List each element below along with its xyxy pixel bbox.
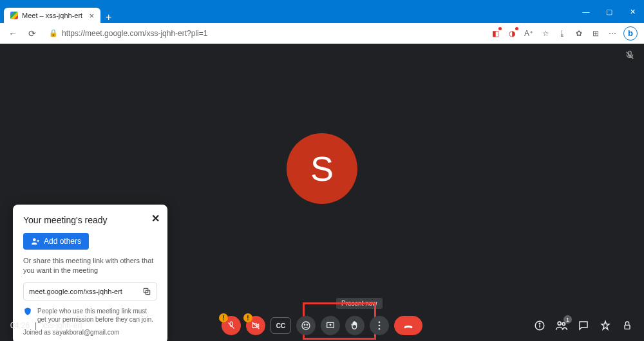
- downloads-icon[interactable]: ⭳: [556, 28, 568, 39]
- browser-tab[interactable]: Meet – xss-jqhh-ert ×: [4, 8, 100, 23]
- camera-toggle-button[interactable]: !: [246, 316, 265, 335]
- favorites-icon[interactable]: ☆: [540, 28, 551, 39]
- svg-point-17: [558, 322, 561, 325]
- svg-point-13: [379, 328, 381, 330]
- camera-warning-badge: !: [243, 313, 252, 322]
- refresh-button[interactable]: ⟳: [26, 27, 39, 40]
- svg-point-8: [304, 324, 305, 325]
- more-options-button[interactable]: [370, 316, 389, 335]
- collections-icon[interactable]: ✿: [573, 28, 585, 39]
- chat-button[interactable]: [577, 319, 590, 332]
- people-button[interactable]: 1: [555, 319, 568, 332]
- add-others-label: Add others: [44, 237, 81, 246]
- svg-point-16: [539, 323, 540, 324]
- activities-button[interactable]: [599, 319, 612, 332]
- svg-point-7: [302, 322, 310, 329]
- url-text: https://meet.google.com/xss-jqhh-ert?pli…: [62, 29, 207, 38]
- raise-hand-button[interactable]: [345, 316, 365, 335]
- extensions-icon[interactable]: ⊞: [590, 28, 601, 39]
- back-button[interactable]: ←: [6, 27, 19, 40]
- popup-title: Your meeting's ready: [23, 215, 157, 225]
- svg-marker-19: [601, 321, 609, 329]
- svg-line-6: [252, 322, 260, 329]
- add-others-button[interactable]: Add others: [23, 233, 89, 250]
- lock-icon: 🔒: [49, 29, 58, 37]
- svg-point-12: [379, 325, 381, 327]
- tab-close-icon[interactable]: ×: [89, 11, 94, 21]
- meeting-link-box: meet.google.com/xss-jqhh-ert: [23, 282, 157, 300]
- captions-button[interactable]: CC: [270, 317, 291, 334]
- tab-title: Meet – xss-jqhh-ert: [22, 12, 82, 19]
- new-tab-button[interactable]: +: [100, 12, 117, 23]
- share-text: Or share this meeting link with others t…: [23, 256, 157, 276]
- meeting-details-button[interactable]: [533, 319, 546, 332]
- meeting-link-text: meet.google.com/xss-jqhh-ert: [29, 288, 122, 295]
- person-add-icon: [31, 237, 40, 246]
- participant-avatar: S: [287, 133, 357, 204]
- window-minimize-button[interactable]: ―: [574, 0, 598, 23]
- present-now-button[interactable]: [321, 316, 340, 335]
- avatar-letter: S: [310, 149, 334, 189]
- svg-point-9: [307, 324, 307, 325]
- svg-rect-20: [625, 325, 630, 329]
- mic-muted-corner-icon: [625, 50, 635, 60]
- meet-favicon: [10, 12, 18, 19]
- meet-stage: S ✕ Your meeting's ready Add others Or s…: [0, 44, 644, 341]
- text-size-icon[interactable]: A⁺: [523, 28, 535, 39]
- svg-line-4: [228, 322, 234, 328]
- mic-warning-badge: !: [219, 313, 228, 322]
- separator: |: [35, 321, 37, 330]
- meeting-code: xss-jqhh-ert: [42, 321, 82, 330]
- bing-button[interactable]: b: [623, 26, 638, 41]
- window-close-button[interactable]: ✕: [621, 0, 644, 23]
- mic-toggle-button[interactable]: !: [222, 316, 241, 335]
- svg-point-18: [562, 322, 565, 325]
- copy-link-button[interactable]: [142, 287, 151, 296]
- extension-icon-1[interactable]: ◧: [489, 28, 501, 39]
- address-bar[interactable]: 🔒 https://meet.google.com/xss-jqhh-ert?p…: [45, 26, 483, 41]
- present-now-tooltip: Present now: [336, 298, 383, 309]
- window-maximize-button[interactable]: ▢: [598, 0, 621, 23]
- reactions-button[interactable]: [296, 316, 316, 335]
- svg-point-1: [33, 238, 36, 241]
- more-menu-icon[interactable]: ⋯: [607, 28, 618, 39]
- svg-point-11: [379, 321, 381, 323]
- host-controls-button[interactable]: [621, 319, 634, 332]
- extension-icon-2[interactable]: ◑: [506, 28, 518, 39]
- clock-time: 04:26: [10, 321, 30, 330]
- popup-close-button[interactable]: ✕: [151, 212, 160, 225]
- leave-call-button[interactable]: [394, 316, 422, 335]
- participant-count-badge: 1: [564, 315, 572, 324]
